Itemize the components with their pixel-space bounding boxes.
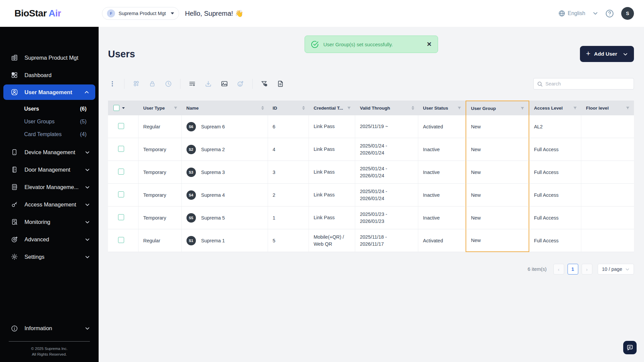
next-page-button[interactable]: › — [582, 264, 592, 275]
sidebar-subitem-users[interactable]: Users (6) — [0, 103, 99, 115]
language-selector[interactable]: English — [558, 10, 585, 17]
list-settings-icon[interactable] — [188, 79, 197, 88]
page-size-select[interactable]: 10 / page — [598, 264, 634, 275]
header-name[interactable]: Name — [182, 101, 268, 115]
sidebar-item-device-management[interactable]: Device Management — [0, 143, 99, 161]
select-all-checkbox[interactable] — [113, 105, 119, 111]
header-valid-through[interactable]: Valid Through — [355, 101, 418, 115]
table-row[interactable]: Regular S6 Supream 6 6 Link Pass 2025/11… — [108, 115, 634, 138]
cell-user-group: New — [466, 115, 529, 138]
add-face-icon[interactable] — [236, 79, 245, 88]
chevron-down-icon — [85, 167, 90, 172]
sidebar-item-monitoring[interactable]: Monitoring — [0, 213, 99, 231]
report-file-icon[interactable] — [276, 79, 285, 88]
sidebar-nav: Suprema Product Mgt Dashboard User Manag… — [0, 27, 99, 265]
dashboard-icon — [11, 71, 18, 79]
user-avatar-button[interactable]: S — [621, 7, 634, 20]
sidebar-item-door-management[interactable]: Door Management — [0, 161, 99, 178]
sidebar-item-settings[interactable]: Settings — [0, 248, 99, 265]
chevron-up-icon — [84, 90, 89, 95]
add-user-button[interactable]: + Add User — [580, 46, 634, 62]
row-select-cell — [108, 115, 139, 138]
sort-icon[interactable] — [412, 106, 414, 110]
cell-access-level: Full Access — [529, 229, 581, 252]
header-id[interactable]: ID — [268, 101, 309, 115]
clear-filter-icon[interactable] — [260, 79, 269, 88]
row-checkbox[interactable] — [118, 169, 124, 175]
cell-credential-type: Link Pass — [309, 206, 355, 229]
header-floor-level[interactable]: Floor level — [581, 101, 634, 115]
header-user-group[interactable]: User Group — [466, 101, 529, 115]
assign-group-icon[interactable] — [132, 79, 141, 88]
main-content: User Group(s) set successfully. ✕ Users … — [99, 27, 644, 362]
row-checkbox[interactable] — [118, 146, 124, 152]
subitem-count: (5) — [80, 119, 87, 125]
prev-page-button[interactable]: ‹ — [553, 264, 564, 275]
sidebar-item-dashboard[interactable]: Dashboard — [0, 66, 99, 84]
help-button[interactable] — [605, 9, 614, 18]
cell-valid-through: 2025/01/24 - 2026/01/24 — [355, 161, 418, 184]
search-input[interactable] — [545, 81, 630, 86]
sidebar-item-access-management[interactable]: Access Management — [0, 196, 99, 213]
organization-badge: F — [107, 9, 115, 17]
building-icon — [11, 54, 18, 61]
organization-selector[interactable]: F Suprema Product Mgt — [102, 7, 179, 20]
lock-icon[interactable] — [148, 79, 157, 88]
elevator-icon — [11, 183, 18, 191]
more-vertical-icon[interactable] — [108, 79, 117, 88]
sidebar-item-label: Device Management — [24, 149, 75, 156]
row-checkbox[interactable] — [118, 237, 124, 243]
filter-icon[interactable] — [173, 106, 178, 110]
cell-name: S6 Supream 6 — [182, 115, 268, 138]
header-access-level[interactable]: Access Level — [529, 101, 581, 115]
sidebar-item-advanced[interactable]: Advanced — [0, 231, 99, 248]
sidebar-subitem-user-groups[interactable]: User Groups (5) — [0, 115, 99, 128]
sidebar-item-suprema-product-mgt[interactable]: Suprema Product Mgt — [0, 49, 99, 66]
chat-support-button[interactable] — [623, 341, 637, 354]
sort-icon[interactable] — [261, 106, 264, 110]
sidebar-item-elevator-management[interactable]: Elevator Manageme... — [0, 178, 99, 196]
sidebar-item-user-management[interactable]: User Management — [3, 84, 95, 100]
filter-icon[interactable] — [573, 106, 577, 110]
chevron-down-icon — [85, 185, 90, 190]
advanced-icon — [11, 236, 18, 243]
cell-valid-through: 2025/11/19 ~ — [355, 115, 418, 138]
history-clock-icon[interactable] — [164, 79, 173, 88]
current-page-button[interactable]: 1 — [568, 264, 578, 275]
sidebar-item-label: Access Management — [24, 201, 76, 208]
table-row[interactable]: Temporary S3 Suprema 3 3 Link Pass 2025/… — [108, 161, 634, 184]
image-icon[interactable] — [220, 79, 229, 88]
logo-primary: BioStar — [14, 8, 47, 18]
header-user-type[interactable]: User Type — [139, 101, 182, 115]
filter-icon[interactable] — [347, 106, 351, 110]
table-row[interactable]: Regular S1 Suprema 1 5 Mobile(+QR) / Web… — [108, 229, 634, 252]
row-checkbox[interactable] — [118, 123, 124, 129]
row-checkbox[interactable] — [118, 214, 124, 220]
table-row[interactable]: Temporary S4 Suprema 4 2 Link Pass 2025/… — [108, 184, 634, 206]
chevron-down-icon[interactable] — [593, 11, 598, 16]
help-icon — [605, 9, 614, 18]
filter-icon[interactable] — [520, 106, 525, 111]
page-title: Users — [108, 49, 135, 60]
filter-icon[interactable] — [626, 106, 630, 110]
select-menu-caret-icon[interactable] — [122, 107, 125, 109]
cell-id: 3 — [268, 161, 309, 184]
sidebar-subitem-card-templates[interactable]: Card Templates (4) — [0, 128, 99, 141]
logo-accent: Air — [49, 8, 61, 18]
row-checkbox[interactable] — [118, 191, 124, 197]
download-icon[interactable] — [204, 79, 213, 88]
language-label: English — [568, 10, 585, 16]
table-row[interactable]: Temporary S5 Suprema 5 1 Link Pass 2025/… — [108, 206, 634, 229]
header-select-all — [108, 101, 139, 115]
device-icon — [11, 148, 18, 156]
header-user-status[interactable]: User Status — [418, 101, 466, 115]
filter-icon[interactable] — [457, 106, 462, 110]
header-credential-type[interactable]: Credential T... — [309, 101, 355, 115]
sidebar-item-information[interactable]: Information — [0, 320, 99, 337]
cell-user-type: Regular — [139, 115, 182, 138]
cell-credential-type: Link Pass — [309, 184, 355, 206]
cell-access-level: Full Access — [529, 206, 581, 229]
sort-icon[interactable] — [302, 106, 305, 110]
toast-close-icon[interactable]: ✕ — [427, 41, 432, 47]
table-row[interactable]: Temporary S2 Suprema 2 4 Link Pass 2025/… — [108, 138, 634, 161]
